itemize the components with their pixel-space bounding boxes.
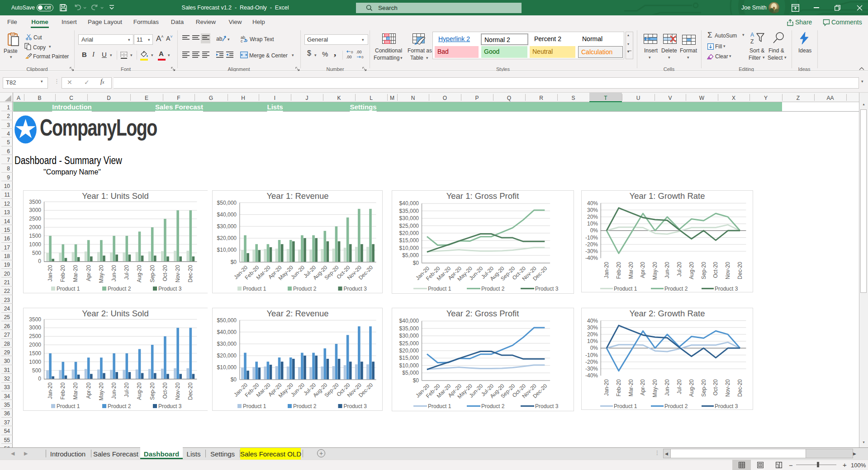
svg-text:Jan-20: Jan-20 xyxy=(47,382,53,399)
svg-text:$20,000: $20,000 xyxy=(217,235,237,241)
svg-text:$30,000: $30,000 xyxy=(399,215,419,221)
svg-text:$50,000: $50,000 xyxy=(217,200,237,206)
svg-text:500: 500 xyxy=(32,367,41,373)
svg-text:$25,000: $25,000 xyxy=(399,340,419,346)
svg-text:Feb-20: Feb-20 xyxy=(615,262,621,279)
svg-text:$5,000: $5,000 xyxy=(403,252,419,258)
svg-text:Mar-20: Mar-20 xyxy=(73,265,79,282)
svg-text:-10%: -10% xyxy=(585,235,598,241)
svg-text:ab: ab xyxy=(216,36,223,42)
svg-text:Feb-20: Feb-20 xyxy=(615,379,621,396)
svg-text:-30%: -30% xyxy=(585,248,598,254)
svg-text:1500: 1500 xyxy=(29,350,41,357)
svg-text:Jan-20: Jan-20 xyxy=(47,265,53,282)
svg-text:Jul-20: Jul-20 xyxy=(123,265,130,280)
svg-text:Product 1: Product 1 xyxy=(243,286,266,292)
svg-text:Apr-20: Apr-20 xyxy=(640,379,646,395)
svg-text:Product 3: Product 3 xyxy=(535,286,559,292)
svg-text:Product 2: Product 2 xyxy=(664,286,688,292)
svg-text:May-20: May-20 xyxy=(98,382,104,400)
svg-text:$0: $0 xyxy=(413,377,419,383)
svg-text:Apr-20: Apr-20 xyxy=(640,262,646,278)
svg-text:20%: 20% xyxy=(587,214,598,220)
svg-text:.00: .00 xyxy=(346,55,352,59)
svg-text:Dec-20: Dec-20 xyxy=(737,379,743,397)
svg-text:Year 2: Gross Profit: Year 2: Gross Profit xyxy=(446,309,519,318)
svg-text:$30,000: $30,000 xyxy=(217,223,237,230)
svg-text:Mar-20: Mar-20 xyxy=(627,379,634,396)
svg-text:-20%: -20% xyxy=(585,241,598,248)
svg-text:Aug-20: Aug-20 xyxy=(688,262,694,279)
svg-text:-40%: -40% xyxy=(585,255,598,261)
svg-text:1000: 1000 xyxy=(29,241,41,248)
svg-text:Product 3: Product 3 xyxy=(535,403,559,409)
svg-text:Oct-20: Oct-20 xyxy=(162,382,168,399)
svg-text:$10,000: $10,000 xyxy=(217,247,237,253)
svg-text:0%: 0% xyxy=(590,345,598,351)
svg-text:.00: .00 xyxy=(356,50,362,54)
svg-text:500: 500 xyxy=(32,250,41,256)
svg-text:-20%: -20% xyxy=(585,359,598,365)
svg-text:3500: 3500 xyxy=(29,199,41,205)
svg-text:$10,000: $10,000 xyxy=(399,245,419,251)
svg-text:Jan-20: Jan-20 xyxy=(603,379,610,396)
svg-text:Nov-20: Nov-20 xyxy=(175,265,181,282)
svg-text:Year 1: Revenue: Year 1: Revenue xyxy=(266,191,328,201)
svg-text:Year 1: Units Sold: Year 1: Units Sold xyxy=(82,191,148,201)
svg-text:Jun-20: Jun-20 xyxy=(111,382,117,399)
svg-text:0%: 0% xyxy=(590,227,598,234)
svg-text:Oct-20: Oct-20 xyxy=(162,265,168,281)
svg-text:Product 3: Product 3 xyxy=(343,403,367,409)
svg-text:Product 3: Product 3 xyxy=(158,286,182,292)
svg-text:Product 2: Product 2 xyxy=(293,403,317,409)
svg-text:Sep-20: Sep-20 xyxy=(149,265,156,282)
svg-text:$50,000: $50,000 xyxy=(217,317,237,323)
svg-text:Oct-20: Oct-20 xyxy=(712,262,719,278)
svg-text:Year 2: Growth Rate: Year 2: Growth Rate xyxy=(629,309,705,318)
svg-text:0: 0 xyxy=(351,50,353,54)
svg-text:Sep-20: Sep-20 xyxy=(700,262,707,279)
svg-text:Product 2: Product 2 xyxy=(664,403,688,409)
svg-text:Product 3: Product 3 xyxy=(715,286,738,292)
svg-text:Feb-20: Feb-20 xyxy=(60,265,66,282)
svg-text:Dec-20: Dec-20 xyxy=(187,382,194,400)
svg-text:Aug-20: Aug-20 xyxy=(688,379,694,397)
svg-text:-10%: -10% xyxy=(585,352,598,358)
svg-text:$35,000: $35,000 xyxy=(399,325,419,331)
svg-text:3500: 3500 xyxy=(29,316,41,322)
svg-text:$20,000: $20,000 xyxy=(399,230,419,236)
svg-text:Nov-20: Nov-20 xyxy=(175,382,181,400)
svg-text:-30%: -30% xyxy=(585,366,598,372)
svg-text:Product 3: Product 3 xyxy=(343,286,367,292)
svg-text:-40%: -40% xyxy=(585,372,598,379)
svg-text:Aug-20: Aug-20 xyxy=(137,382,143,400)
svg-text:May-20: May-20 xyxy=(652,379,658,397)
svg-text:$0: $0 xyxy=(413,260,419,266)
svg-text:Feb-20: Feb-20 xyxy=(60,382,66,400)
svg-text:Product 1: Product 1 xyxy=(57,286,80,292)
svg-text:$30,000: $30,000 xyxy=(217,341,237,347)
svg-text:$15,000: $15,000 xyxy=(399,237,419,244)
svg-text:Dec-20: Dec-20 xyxy=(187,265,194,282)
svg-text:Mar-20: Mar-20 xyxy=(627,262,634,279)
svg-text:Nov-20: Nov-20 xyxy=(725,379,731,397)
svg-text:May-20: May-20 xyxy=(98,265,104,283)
svg-text:Jan-20: Jan-20 xyxy=(603,262,610,278)
svg-text:2000: 2000 xyxy=(29,342,41,348)
svg-text:$30,000: $30,000 xyxy=(399,333,419,339)
svg-text:2500: 2500 xyxy=(29,333,41,339)
svg-text:30%: 30% xyxy=(587,207,598,213)
svg-text:Apr-20: Apr-20 xyxy=(85,382,92,399)
svg-text:Nov-20: Nov-20 xyxy=(725,262,731,279)
svg-text:Jul-20: Jul-20 xyxy=(123,382,130,397)
svg-text:20%: 20% xyxy=(587,331,598,338)
svg-text:Aug-20: Aug-20 xyxy=(137,265,143,282)
svg-text:10%: 10% xyxy=(587,221,598,227)
svg-text:0: 0 xyxy=(38,258,41,264)
svg-text:0: 0 xyxy=(38,376,41,382)
svg-text:Product 1: Product 1 xyxy=(57,403,80,409)
svg-text:Sep-20: Sep-20 xyxy=(149,382,156,400)
svg-text:0: 0 xyxy=(361,55,364,59)
svg-text:$40,000: $40,000 xyxy=(399,318,419,324)
svg-text:Year 2: Revenue: Year 2: Revenue xyxy=(266,309,328,318)
